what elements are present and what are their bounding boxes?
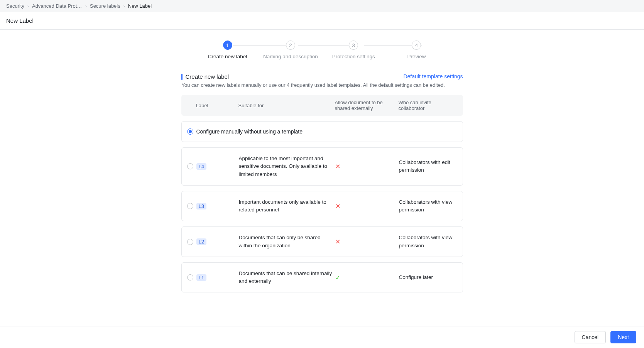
check-icon: ✓	[335, 274, 340, 281]
step-label-1: Create new label	[208, 54, 247, 59]
radio-template[interactable]	[187, 163, 193, 169]
template-suitable: Documents that can be shared internally …	[239, 270, 335, 285]
stepper: 1 Create new label 2 Naming and descript…	[199, 41, 446, 59]
label-badge: L3	[196, 203, 206, 209]
template-share: ✕	[335, 203, 399, 210]
step-circle-1: 1	[223, 41, 232, 50]
radio-template[interactable]	[187, 239, 193, 245]
template-suitable: Applicable to the most important and sen…	[239, 155, 335, 178]
option-manual[interactable]: Configure manually without using a templ…	[181, 121, 463, 142]
x-icon: ✕	[335, 203, 340, 209]
option-template-l1[interactable]: L1Documents that can be shared internall…	[181, 262, 463, 293]
template-invite: Collaborators with view permission	[399, 234, 455, 250]
breadcrumb: Security › Advanced Data Prote… › Secure…	[0, 0, 644, 12]
section-title: Create new label	[186, 73, 229, 80]
label-badge: L1	[196, 274, 206, 281]
radio-template[interactable]	[187, 274, 193, 280]
template-share: ✓	[335, 274, 399, 281]
step-1[interactable]: 1 Create new label	[199, 41, 257, 59]
option-template-l4[interactable]: L4Applicable to the most important and s…	[181, 147, 463, 186]
col-header-share: Allow document to be shared externally	[335, 100, 399, 111]
template-share: ✕	[335, 238, 399, 245]
step-label-2: Naming and description	[263, 54, 318, 59]
template-invite: Collaborators with edit permission	[399, 159, 455, 174]
step-circle-3: 3	[349, 41, 358, 50]
default-template-settings-link[interactable]: Default template settings	[403, 73, 463, 79]
template-suitable: Documents that can only be shared within…	[239, 234, 335, 250]
next-button[interactable]: Next	[610, 331, 636, 343]
option-template-l3[interactable]: L3Important documents only available to …	[181, 191, 463, 221]
step-label-4: Preview	[407, 54, 426, 59]
step-circle-2: 2	[286, 41, 295, 50]
breadcrumb-item-secure-labels[interactable]: Secure labels	[90, 3, 120, 9]
step-4[interactable]: 4 Preview	[387, 41, 445, 59]
x-icon: ✕	[335, 238, 340, 245]
chevron-right-icon: ›	[27, 3, 29, 9]
step-circle-4: 4	[412, 41, 421, 50]
breadcrumb-item-security[interactable]: Security	[6, 3, 24, 9]
step-2[interactable]: 2 Naming and description	[262, 41, 319, 59]
section-description: You can create new labels manually or us…	[182, 82, 463, 88]
section-header: Create new label Default template settin…	[181, 73, 463, 80]
col-header-label: Label	[196, 103, 238, 108]
table-header: Label Suitable for Allow document to be …	[181, 95, 463, 116]
label-badge: L2	[196, 238, 206, 245]
label-badge: L4	[196, 163, 206, 170]
template-invite: Configure later	[399, 274, 455, 281]
template-suitable: Important documents only available to re…	[239, 198, 335, 214]
accent-bar-icon	[181, 74, 183, 80]
col-header-suitable: Suitable for	[238, 103, 335, 108]
footer: Cancel Next	[0, 326, 644, 348]
chevron-right-icon: ›	[123, 3, 125, 9]
breadcrumb-item-adp[interactable]: Advanced Data Prote…	[32, 3, 82, 9]
radio-template[interactable]	[187, 203, 193, 209]
breadcrumb-item-current: New Label	[128, 3, 152, 9]
page-title: New Label	[0, 12, 644, 30]
step-label-3: Protection settings	[332, 54, 375, 59]
template-share: ✕	[335, 163, 399, 170]
main-content: 1 Create new label 2 Naming and descript…	[0, 30, 644, 326]
radio-manual[interactable]	[187, 128, 193, 135]
option-manual-label: Configure manually without using a templ…	[196, 128, 303, 135]
cancel-button[interactable]: Cancel	[575, 331, 606, 343]
chevron-right-icon: ›	[85, 3, 87, 9]
template-invite: Collaborators with view permission	[399, 198, 455, 214]
step-3[interactable]: 3 Protection settings	[325, 41, 382, 59]
option-template-l2[interactable]: L2Documents that can only be shared with…	[181, 226, 463, 257]
col-header-invite: Who can invite collaborator	[399, 100, 455, 111]
x-icon: ✕	[335, 163, 340, 170]
